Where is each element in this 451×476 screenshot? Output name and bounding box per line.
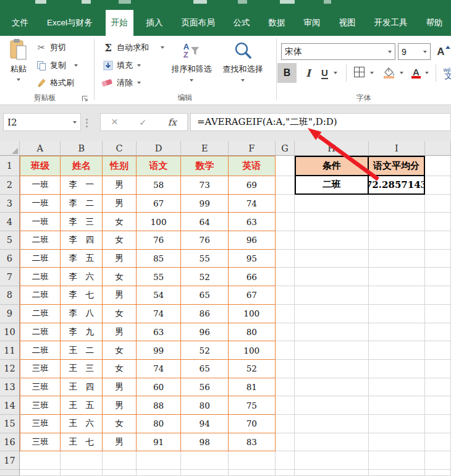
cell-I12[interactable] xyxy=(369,360,426,378)
cell-H2[interactable]: 二班 xyxy=(295,176,368,195)
cell-A9[interactable]: 二班 xyxy=(20,305,61,323)
cell-C7[interactable]: 女 xyxy=(103,268,137,286)
cell-A17[interactable] xyxy=(20,451,61,470)
cell-F13[interactable]: 81 xyxy=(229,378,276,397)
cell-I16[interactable] xyxy=(369,433,426,452)
cell-H8[interactable] xyxy=(295,286,368,305)
cell-J15[interactable] xyxy=(425,415,451,433)
cell-G9[interactable] xyxy=(276,305,295,323)
clipboard-dialog-launcher-icon[interactable] xyxy=(82,93,88,104)
cell-H15[interactable] xyxy=(295,415,368,433)
cell-B[interactable] xyxy=(61,470,103,476)
cell-C15[interactable]: 女 xyxy=(103,415,137,433)
borders-button[interactable] xyxy=(350,63,377,83)
select-all-corner[interactable] xyxy=(0,141,20,156)
cell-D15[interactable]: 80 xyxy=(137,415,182,433)
cell-D8[interactable]: 54 xyxy=(137,286,182,305)
cell-I15[interactable] xyxy=(369,415,426,433)
cell-H11[interactable] xyxy=(295,341,368,360)
cell-B8[interactable]: 李 七 xyxy=(61,286,103,305)
cell-G6[interactable] xyxy=(276,250,295,268)
row-header-1[interactable]: 1 xyxy=(0,156,20,176)
cell-J5[interactable] xyxy=(425,231,451,250)
column-header-C[interactable]: C xyxy=(103,141,137,156)
row-header-11[interactable]: 11 xyxy=(0,341,20,360)
fill-button[interactable]: 填充 xyxy=(103,58,141,73)
row-header-8[interactable]: 8 xyxy=(0,286,20,305)
cell-H[interactable] xyxy=(295,470,368,476)
cell-I[interactable] xyxy=(369,470,426,476)
cell-I7[interactable] xyxy=(369,268,426,286)
cell-F7[interactable]: 66 xyxy=(229,268,276,286)
cell-F4[interactable]: 63 xyxy=(229,213,276,231)
cell-F8[interactable]: 67 xyxy=(229,286,276,305)
cell-D10[interactable]: 63 xyxy=(137,323,182,342)
fill-dropdown-icon[interactable] xyxy=(137,64,141,67)
cell-G13[interactable] xyxy=(276,378,295,397)
tab-文件[interactable]: 文件 xyxy=(6,10,34,36)
font-size-combobox[interactable]: 9 xyxy=(398,43,431,60)
fill-color-dropdown-icon[interactable] xyxy=(400,72,403,74)
row-header-4[interactable]: 4 xyxy=(0,213,20,231)
cell-J7[interactable] xyxy=(425,268,451,286)
row-header-10[interactable]: 10 xyxy=(0,323,20,342)
cell-B3[interactable]: 李 二 xyxy=(61,195,103,213)
cell-C17[interactable] xyxy=(103,451,137,470)
row-header-13[interactable]: 13 xyxy=(0,378,20,397)
formula-bar-resize-handle[interactable] xyxy=(86,117,88,129)
cell-C[interactable] xyxy=(103,470,137,476)
find-select-dropdown-icon[interactable] xyxy=(241,79,245,82)
cell-F14[interactable]: 75 xyxy=(229,396,276,415)
cell-C5[interactable]: 女 xyxy=(103,231,137,250)
cell-I5[interactable] xyxy=(369,231,426,250)
cell-B2[interactable]: 李 一 xyxy=(61,176,103,195)
cell-B14[interactable]: 王 五 xyxy=(61,396,103,415)
cell-C2[interactable]: 男 xyxy=(103,176,137,195)
cell-D17[interactable] xyxy=(137,451,182,470)
tab-插入[interactable]: 插入 xyxy=(141,10,169,36)
cell-B13[interactable]: 王 四 xyxy=(61,378,103,397)
cell-F5[interactable]: 96 xyxy=(229,231,276,250)
cell-G11[interactable] xyxy=(276,341,295,360)
row-header-7[interactable]: 7 xyxy=(0,268,20,286)
cell-B16[interactable]: 王 七 xyxy=(61,433,103,452)
row-header-16[interactable]: 16 xyxy=(0,433,20,452)
cell-F15[interactable]: 70 xyxy=(229,415,276,433)
cell-J8[interactable] xyxy=(425,286,451,305)
cell-I9[interactable] xyxy=(369,305,426,323)
cell-E13[interactable]: 56 xyxy=(181,378,229,397)
find-select-button[interactable]: 查找和选择 xyxy=(217,38,268,82)
cell-E1[interactable]: 数学 xyxy=(181,156,229,176)
qat-icon-fragment[interactable] xyxy=(238,0,247,4)
copy-dropdown-icon[interactable] xyxy=(74,64,78,67)
cell-E11[interactable]: 52 xyxy=(181,341,229,360)
cell-A2[interactable]: 一班 xyxy=(20,176,61,195)
cell-E8[interactable]: 65 xyxy=(181,286,229,305)
row-header-2[interactable]: 2 xyxy=(0,176,20,195)
cell-A6[interactable]: 二班 xyxy=(20,250,61,268)
cell-F16[interactable]: 83 xyxy=(229,433,276,452)
grow-font-button[interactable]: A xyxy=(434,43,451,60)
cell-D13[interactable]: 60 xyxy=(137,378,182,397)
enter-icon[interactable]: ✓ xyxy=(139,117,146,127)
cell-E14[interactable]: 80 xyxy=(181,396,229,415)
cell-B10[interactable]: 李 九 xyxy=(61,323,103,342)
row-header-9[interactable]: 9 xyxy=(0,305,20,323)
font-size-dropdown-icon[interactable] xyxy=(423,51,427,53)
cell-E2[interactable]: 73 xyxy=(181,176,229,195)
row-header-sliver[interactable] xyxy=(0,470,20,476)
cell-J16[interactable] xyxy=(425,433,451,452)
cell-J14[interactable] xyxy=(425,396,451,415)
copy-button[interactable]: 复制 xyxy=(36,58,78,73)
cell-F12[interactable]: 52 xyxy=(229,360,276,378)
cell-H14[interactable] xyxy=(295,396,368,415)
cell-A16[interactable]: 三班 xyxy=(20,433,61,452)
cell-A11[interactable]: 二班 xyxy=(20,341,61,360)
column-header-H[interactable]: H xyxy=(295,141,368,156)
cell-I10[interactable] xyxy=(369,323,426,342)
cell-G16[interactable] xyxy=(276,433,295,452)
cell-C1[interactable]: 性别 xyxy=(103,156,137,176)
tab-开发工具[interactable]: 开发工具 xyxy=(369,10,413,36)
cell-B17[interactable] xyxy=(61,451,103,470)
cell-E10[interactable]: 96 xyxy=(181,323,229,342)
